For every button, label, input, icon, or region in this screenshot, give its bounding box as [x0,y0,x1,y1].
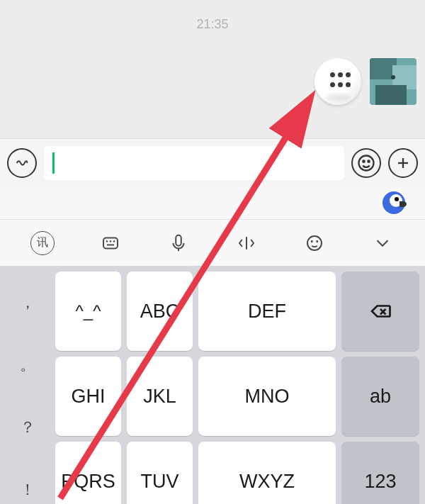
key-tuv[interactable]: TUV [127,442,193,504]
emoji-face-icon[interactable] [299,228,330,259]
key-mno[interactable]: MNO [198,357,336,436]
message-input-bar [0,138,425,186]
more-actions-icon[interactable] [388,148,418,178]
key-def[interactable]: DEF [198,271,336,351]
mic-icon[interactable] [163,228,194,259]
voice-input-icon[interactable] [7,148,37,178]
key-jkl[interactable]: JKL [127,357,193,436]
symbol-column[interactable]: ， 。 ？ ！ [6,271,50,504]
symbol-period[interactable]: 。 [20,354,35,376]
svg-point-1 [363,160,364,162]
svg-point-14 [312,240,312,241]
key-abc[interactable]: ABC [127,271,193,351]
svg-point-0 [359,155,374,170]
keyboard-assistant-row [0,186,425,219]
svg-point-15 [317,240,317,241]
svg-rect-10 [176,235,181,245]
svg-point-13 [307,236,322,250]
user-avatar[interactable] [370,58,416,105]
key-ab-mode[interactable]: ab [341,357,419,436]
symbol-comma[interactable]: ， [20,292,35,313]
message-timestamp: 21:35 [0,0,425,32]
keyboard-switch-icon[interactable] [95,228,126,259]
key-face[interactable]: ^_^ [55,271,121,351]
chat-area: 21:35 [0,0,425,138]
collapse-keyboard-icon[interactable] [367,228,398,259]
iflytek-logo-icon[interactable]: 讯 [27,228,58,259]
message-text-input[interactable] [44,146,344,180]
text-cursor [52,152,55,174]
keyboard-toolbar: 讯 [0,219,425,266]
symbol-exclaim[interactable]: ！ [20,479,35,500]
key-wxyz[interactable]: WXYZ [198,442,336,504]
key-pqrs[interactable]: PQRS [55,442,121,504]
dice-emoji-message[interactable] [314,58,361,105]
emoji-picker-icon[interactable] [351,148,381,178]
key-backspace[interactable] [341,271,419,351]
cursor-move-icon[interactable] [231,228,262,259]
parrot-assistant-icon[interactable] [380,189,408,217]
keyboard-key-grid: ， 。 ？ ！ ^_^ ABC DEF GHI JKL MNO ab PQRS … [0,266,425,504]
key-123-mode[interactable]: 123 [341,442,419,504]
symbol-question[interactable]: ？ [20,417,35,438]
svg-rect-5 [103,237,118,248]
key-ghi[interactable]: GHI [55,357,121,436]
svg-point-2 [368,160,369,162]
outgoing-message-row [314,58,416,105]
